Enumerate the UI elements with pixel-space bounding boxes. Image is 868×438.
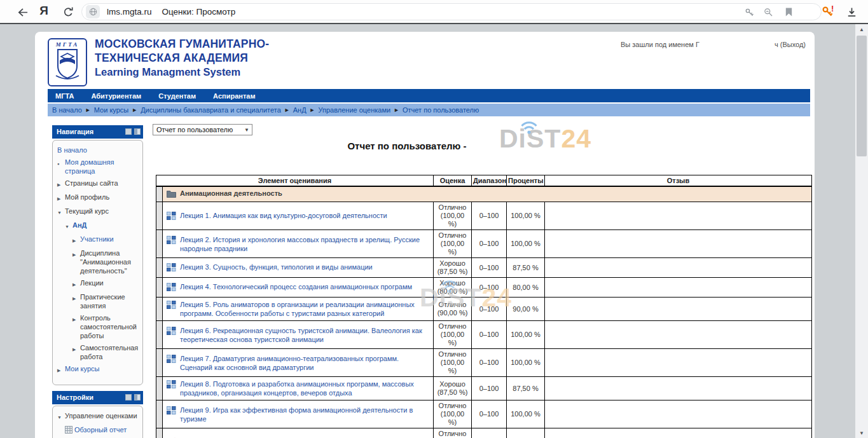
block-collapse-icon[interactable] [125, 128, 132, 135]
bookmark-icon[interactable] [782, 6, 796, 18]
zoom-page-icon[interactable] [761, 6, 775, 18]
side-item-label: Управление оценками [65, 411, 137, 422]
navigation-item[interactable]: Дисциплина "Анимационная деятельность" [72, 249, 140, 275]
report-type-select[interactable]: Отчет по пользователю [153, 124, 252, 135]
side-item-label[interactable]: Мои курсы [65, 364, 99, 375]
address-bar[interactable]: lms.mgta.ru Оценки: Просмотр [81, 3, 822, 20]
grade-item-link[interactable]: Лекция 7. Драматургия анимационно-театра… [180, 354, 429, 372]
percent-cell: 87,50 % [507, 258, 545, 278]
navigation-item[interactable]: Контроль самостоятельной работы [72, 313, 140, 340]
site-title-line2: ТЕХНИЧЕСКАЯ АКАДЕМИЯ [95, 51, 269, 65]
vertical-scrollbar[interactable]: ▲ ▼ [855, 24, 868, 438]
lesson-icon [167, 380, 176, 390]
feedback-cell [545, 400, 812, 428]
breadcrumb: В начало►Мои курсы►Дисциплины бакалавриа… [48, 104, 810, 116]
navigation-item[interactable]: Текущий курс [57, 207, 140, 217]
navigation-item[interactable]: Мой профиль [57, 193, 140, 203]
scroll-down-icon[interactable]: ▼ [855, 428, 868, 438]
side-item-label[interactable]: АнД [72, 221, 86, 231]
navigation-item[interactable]: Мои курсы [57, 364, 140, 375]
expanded-marker-icon[interactable] [57, 411, 65, 422]
page-title-text: Оценки: Просмотр [162, 7, 236, 17]
password-key-icon[interactable] [742, 6, 756, 18]
grade-item-link[interactable]: Лекция 8. Подготовка и разработка анимац… [180, 380, 429, 397]
grade-value-cell: Отлично(100,00 %) [434, 349, 472, 377]
navigation-item[interactable]: Лекции [72, 278, 140, 289]
settings-block-header: Настройки [52, 391, 143, 404]
feedback-cell [545, 278, 812, 298]
scroll-up-icon[interactable]: ▲ [855, 24, 868, 34]
collapsed-marker-icon[interactable] [57, 179, 65, 189]
block-dock-icon[interactable] [134, 128, 141, 135]
collapsed-marker-icon[interactable] [72, 278, 80, 289]
expanded-marker-icon[interactable] [57, 207, 65, 217]
navigation-item[interactable]: АнД [65, 221, 140, 231]
breadcrumb-separator-icon: ► [394, 107, 399, 113]
logout-link[interactable]: ч (Выход) [775, 41, 806, 48]
refresh-icon[interactable] [61, 5, 75, 19]
mgta-logo[interactable]: МГТА [48, 38, 87, 86]
category-label: Анимационная деятельность [180, 189, 282, 197]
collapsed-marker-icon[interactable] [72, 343, 80, 361]
scrollbar-thumb[interactable] [857, 36, 867, 156]
navbar-item-мгта[interactable]: МГТА [55, 92, 74, 100]
navigation-item[interactable]: Страницы сайта [57, 179, 140, 189]
folder-icon [167, 190, 176, 199]
collapsed-marker-icon[interactable] [72, 249, 80, 275]
download-icon[interactable] [844, 5, 858, 19]
grade-item-link[interactable]: Лекция 9. Игра как эффективная форма ани… [180, 406, 429, 423]
percent-cell: 100,00 % [507, 400, 545, 428]
grade-item-link[interactable]: Лекция 3. Сущность, функция, типология и… [180, 263, 373, 271]
back-icon[interactable] [15, 5, 29, 19]
collapsed-marker-icon[interactable] [57, 193, 65, 203]
collapsed-marker-icon[interactable] [72, 313, 80, 340]
range-cell: 0–100 [472, 202, 507, 230]
collapsed-marker-icon[interactable] [72, 292, 80, 310]
side-item-label: Лекции [80, 278, 104, 289]
percent-cell: 100,00 % [507, 202, 545, 230]
breadcrumb-link[interactable]: Отчет по пользователю [403, 106, 479, 114]
expanded-marker-icon[interactable] [65, 221, 72, 231]
navigation-item[interactable]: Самостоятельная работа [72, 343, 140, 361]
item-name-cell: Лекция 5. Роль аниматоров в организации … [163, 298, 434, 321]
feedback-cell [545, 428, 812, 438]
percent-cell: 90,00 % [507, 298, 545, 321]
grade-item-link[interactable]: Лекция 5. Роль аниматоров в организации … [180, 300, 429, 318]
collapsed-marker-icon[interactable] [72, 235, 80, 245]
grade-item-link[interactable]: Лекция 4. Технологический процесс создан… [180, 282, 412, 291]
side-item-label[interactable]: В начало [57, 146, 87, 154]
navigation-item[interactable]: Моя домашняя страница [57, 158, 140, 175]
settings-item[interactable]: Обзорный отчет [65, 425, 140, 437]
grade-item-link[interactable]: Лекция 6. Рекреационная сущность туристс… [180, 326, 429, 344]
lesson-icon [167, 327, 176, 336]
breadcrumb-link[interactable]: Мои курсы [94, 106, 128, 114]
navigation-item[interactable]: В начало [57, 146, 140, 154]
breadcrumb-link[interactable]: АнД [293, 106, 307, 114]
side-item-label: Контроль самостоятельной работы [80, 313, 140, 340]
navbar-item-студентам[interactable]: Студентам [158, 92, 196, 100]
site-globe-icon[interactable] [86, 5, 100, 18]
settings-item[interactable]: Управление оценками [57, 411, 140, 422]
url-text[interactable]: lms.mgta.ru [107, 7, 152, 17]
grade-item-link[interactable]: Лекция 1. Анимация как вид культурно-дос… [180, 211, 387, 220]
side-item-label[interactable]: Участники [80, 235, 114, 245]
block-collapse-icon[interactable] [125, 394, 132, 400]
collapsed-marker-icon[interactable] [57, 364, 65, 375]
navbar-item-аспирантам[interactable]: Аспирантам [213, 92, 255, 100]
grade-row: Лекция 3. Сущность, функция, типология и… [156, 258, 812, 278]
breadcrumb-link[interactable]: В начало [52, 106, 82, 114]
yandex-icon[interactable]: Я [37, 4, 51, 18]
navigation-item[interactable]: Участники [72, 235, 140, 245]
breadcrumb-link[interactable]: Дисциплины бакалавриата и специалитета [141, 106, 281, 114]
top-navbar: МГТААбитуриентамСтудентамАспирантам [48, 89, 810, 102]
navbar-item-абитуриентам[interactable]: Абитуриентам [91, 92, 141, 100]
breadcrumb-link[interactable]: Управление оценками [319, 106, 391, 114]
side-item-label[interactable]: Обзорный отчет [74, 425, 127, 437]
grade-row: Лекция 8. Подготовка и разработка анимац… [156, 377, 812, 400]
block-dock-icon[interactable] [134, 394, 141, 400]
item-name-cell: Лекция 4. Технологический процесс создан… [163, 278, 434, 298]
side-item-label[interactable]: Моя домашняя страница [65, 158, 140, 175]
range-cell: 0–100 [472, 258, 507, 278]
navigation-item[interactable]: Практические занятия [72, 292, 140, 310]
grade-item-link[interactable]: Лекция 2. История и хронология массовых … [180, 235, 429, 253]
